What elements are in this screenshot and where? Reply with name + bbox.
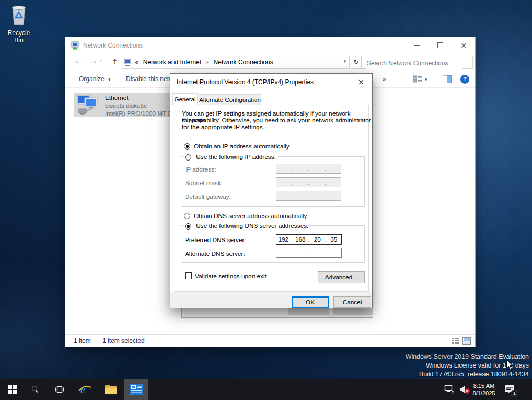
back-icon[interactable]: ← bbox=[73, 56, 84, 67]
refresh-button[interactable]: ↻ bbox=[351, 56, 362, 69]
search-box[interactable] bbox=[361, 56, 473, 69]
text-caret bbox=[338, 236, 338, 243]
intro-line3: for the appropriate IP settings. bbox=[182, 124, 264, 131]
breadcrumb-prefix: « bbox=[135, 59, 138, 66]
alternate-dns-field[interactable]: . . . bbox=[276, 248, 342, 258]
network-connections-taskbar-icon bbox=[130, 384, 143, 395]
validate-checkbox[interactable] bbox=[185, 272, 192, 279]
action-center-button[interactable]: 1 bbox=[504, 384, 515, 396]
dialog-close-button[interactable]: × bbox=[355, 77, 367, 87]
advanced-label: Advanced... bbox=[325, 273, 357, 281]
clock-time: 8:15 AM bbox=[470, 382, 498, 390]
advanced-button[interactable]: Advanced... bbox=[318, 271, 365, 283]
forward-icon[interactable]: → bbox=[87, 56, 99, 67]
radio-obtain-dns[interactable] bbox=[184, 213, 190, 219]
hidden-ok-button[interactable] bbox=[288, 308, 329, 315]
ok-button[interactable]: OK bbox=[292, 296, 329, 308]
ethernet-icon bbox=[77, 95, 101, 115]
breadcrumb: « Network and Internet › Network Connect… bbox=[135, 56, 273, 68]
preferred-dns-label: Preferred DNS server: bbox=[185, 237, 246, 244]
maximize-icon bbox=[437, 42, 443, 48]
selection-count: 1 item selected bbox=[102, 335, 145, 347]
close-button[interactable]: × bbox=[452, 37, 476, 54]
tab-general-label: General bbox=[175, 96, 196, 102]
view-options-icon bbox=[413, 75, 422, 83]
breadcrumb-separator-icon: › bbox=[206, 59, 209, 66]
network-connections-taskbar-button[interactable] bbox=[124, 379, 148, 400]
alternate-dns-label: Alternate DNS server: bbox=[185, 250, 245, 257]
maximize-button[interactable] bbox=[429, 37, 452, 54]
radio-use-dns-label: Use the following DNS server addresses: bbox=[196, 222, 308, 230]
organize-label: Organize bbox=[79, 75, 105, 83]
clock-date: 8/1/2025 bbox=[470, 390, 498, 397]
window-titlebar: Network Connections × bbox=[65, 37, 475, 54]
task-view-button[interactable] bbox=[48, 379, 71, 400]
item-count: 1 item bbox=[74, 335, 91, 347]
tab-general[interactable]: General bbox=[172, 93, 198, 105]
network-connections-app-icon bbox=[71, 41, 80, 50]
recycle-bin[interactable]: Recycle Bin bbox=[3, 3, 34, 44]
organize-dropdown-icon: ▾ bbox=[108, 77, 111, 82]
internet-explorer-button[interactable]: e bbox=[73, 379, 96, 400]
dns-group-legend: Use the following DNS server addresses: bbox=[183, 222, 310, 229]
volume-muted-icon bbox=[459, 385, 470, 394]
details-view-button[interactable] bbox=[452, 337, 459, 346]
task-view-icon bbox=[55, 385, 64, 394]
radio-obtain-dns-label: Obtain DNS server address automatically bbox=[194, 213, 307, 220]
dialog-titlebar: Internet Protocol Version 4 (TCP/IPv4) P… bbox=[170, 74, 372, 90]
windows-logo-icon bbox=[8, 385, 17, 394]
start-button[interactable] bbox=[1, 379, 24, 400]
toolbar-overflow-icon[interactable]: » bbox=[382, 71, 386, 88]
radio-obtain-ip[interactable] bbox=[184, 143, 190, 150]
history-dropdown-icon[interactable]: ▾ bbox=[100, 58, 102, 63]
taskbar-clock[interactable]: 8:15 AM 8/1/2025 bbox=[470, 382, 498, 397]
breadcrumb-item-network-connections[interactable]: Network Connections bbox=[214, 59, 273, 66]
subnet-mask-field: . . . bbox=[276, 177, 341, 187]
default-gateway-label: Default gateway: bbox=[185, 193, 231, 200]
taskbar-search-button[interactable] bbox=[24, 379, 47, 400]
search-input[interactable] bbox=[366, 57, 462, 69]
thumbnail-view-button[interactable] bbox=[462, 337, 471, 346]
recycle-bin-icon bbox=[8, 3, 29, 27]
validate-label: Validate settings upon exit bbox=[195, 273, 267, 280]
status-bar: 1 item 1 item selected bbox=[65, 334, 475, 347]
radio-use-ip[interactable] bbox=[185, 154, 191, 161]
help-button[interactable]: ? bbox=[460, 75, 469, 84]
tab-alternate-configuration[interactable]: Alternate Configuration bbox=[199, 94, 261, 105]
connection-network: biscotti.diskette bbox=[105, 102, 147, 109]
close-icon: × bbox=[460, 41, 467, 50]
tray-network-button[interactable] bbox=[444, 385, 455, 396]
ok-label: OK bbox=[306, 299, 315, 306]
cancel-button[interactable]: Cancel bbox=[333, 296, 371, 308]
minimize-button[interactable] bbox=[405, 37, 429, 54]
address-dropdown-icon[interactable]: ▾ bbox=[343, 59, 346, 64]
preferred-dns-field[interactable]: 192. 168. 20. 35 bbox=[276, 234, 342, 245]
preview-pane-button[interactable] bbox=[443, 75, 452, 85]
tab-alternate-label: Alternate Configuration bbox=[199, 97, 261, 103]
disable-network-device-button[interactable]: Disable this netw bbox=[126, 71, 174, 88]
disable-label: Disable this netw bbox=[126, 75, 174, 83]
cancel-label: Cancel bbox=[343, 299, 362, 306]
help-icon: ? bbox=[463, 76, 467, 82]
hidden-cancel-button[interactable] bbox=[333, 308, 373, 315]
internet-explorer-icon: e bbox=[78, 383, 91, 396]
dialog-footer: OK Cancel bbox=[170, 292, 372, 308]
svg-text:e: e bbox=[80, 383, 85, 396]
address-bar-row: ← → ▾ ↑ « Network and Internet › Network… bbox=[65, 54, 475, 71]
file-explorer-button[interactable] bbox=[99, 379, 122, 400]
tray-volume-button[interactable] bbox=[459, 385, 470, 396]
organize-menu[interactable]: Organize ▾ bbox=[79, 71, 111, 88]
view-dropdown-icon[interactable]: ▾ bbox=[425, 77, 427, 82]
thumbnail-view-icon bbox=[462, 337, 471, 345]
notification-badge: 1 bbox=[511, 390, 518, 397]
location-icon bbox=[124, 59, 132, 67]
up-icon[interactable]: ↑ bbox=[109, 56, 121, 67]
ipv4-properties-dialog: Internet Protocol Version 4 (TCP/IPv4) P… bbox=[170, 73, 373, 308]
address-bar[interactable]: « Network and Internet › Network Connect… bbox=[121, 56, 350, 69]
taskbar-search-icon bbox=[32, 386, 39, 393]
breadcrumb-item-network-and-internet[interactable]: Network and Internet bbox=[143, 59, 201, 66]
details-view-icon bbox=[452, 337, 459, 345]
system-info-line3: Build 17763.rs5_release.180914-1434 bbox=[406, 370, 529, 379]
change-view-button[interactable] bbox=[413, 75, 422, 85]
radio-use-dns[interactable] bbox=[185, 223, 191, 230]
